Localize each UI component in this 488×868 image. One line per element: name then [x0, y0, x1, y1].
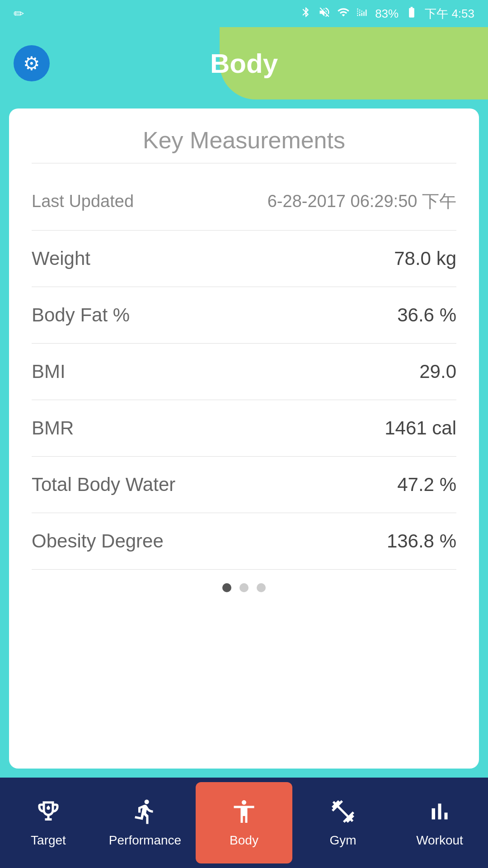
measurement-label-bmi: BMI: [32, 361, 66, 382]
measurement-value-obesity-degree: 136.8 %: [387, 530, 456, 552]
measurement-row: Weight78.0 kg: [32, 231, 456, 287]
measurement-label-obesity-degree: Obesity Degree: [32, 530, 164, 552]
nav-item-workout[interactable]: Workout: [391, 778, 488, 868]
nav-label-gym: Gym: [329, 833, 356, 848]
measurement-value-bmi: 29.0: [419, 361, 456, 382]
status-bar: ✏ 83% 下午 4:53: [0, 0, 488, 27]
settings-icon: ⚙: [23, 52, 40, 75]
measurement-value-total-body-water: 47.2 %: [397, 474, 456, 495]
measurement-row: BMI29.0: [32, 344, 456, 400]
measurements-list: Weight78.0 kgBody Fat %36.6 %BMI29.0BMR1…: [32, 231, 456, 570]
measurement-label-weight: Weight: [32, 248, 90, 269]
nav-item-gym[interactable]: Gym: [295, 778, 391, 868]
page-dot-1: [222, 583, 231, 592]
gym-icon: [329, 798, 357, 829]
battery-percent: 83%: [375, 7, 399, 21]
card-title: Key Measurements: [32, 127, 456, 164]
battery-icon: [405, 6, 418, 22]
signal-icon: [356, 6, 369, 22]
mute-icon: [318, 6, 331, 22]
workout-icon: [426, 798, 453, 829]
nav-label-workout: Workout: [416, 833, 463, 848]
bluetooth-icon: [300, 6, 312, 21]
last-updated-label: Last Updated: [32, 192, 134, 211]
page-dot-2: [239, 583, 249, 592]
nav-label-target: Target: [31, 833, 66, 848]
nav-item-performance[interactable]: Performance: [97, 778, 193, 868]
measurement-row: Total Body Water47.2 %: [32, 457, 456, 513]
header: ⚙ Body: [0, 27, 488, 99]
measurement-label-bmr: BMR: [32, 417, 74, 439]
pencil-icon: ✏: [14, 6, 24, 21]
measurement-value-bmr: 1461 cal: [385, 417, 456, 439]
time-display: 下午 4:53: [425, 6, 474, 22]
status-bar-right: 83% 下午 4:53: [300, 6, 474, 22]
body-icon: [230, 798, 258, 829]
page-title: Body: [210, 48, 278, 79]
bottom-navigation: Target Performance Body Gym: [0, 778, 488, 868]
settings-button[interactable]: ⚙: [14, 45, 50, 81]
page-dot-3: [257, 583, 266, 592]
measurement-row: BMR1461 cal: [32, 400, 456, 457]
measurement-row: Body Fat %36.6 %: [32, 287, 456, 344]
wifi-icon: [337, 6, 350, 22]
last-updated-value: 6-28-2017 06:29:50 下午: [267, 190, 456, 213]
nav-item-body[interactable]: Body: [196, 782, 292, 863]
measurement-value-weight: 78.0 kg: [394, 248, 456, 269]
measurement-label-body-fat-pct: Body Fat %: [32, 304, 130, 326]
last-updated-row: Last Updated 6-28-2017 06:29:50 下午: [32, 173, 456, 231]
nav-label-body: Body: [230, 833, 258, 848]
nav-label-performance: Performance: [109, 833, 181, 848]
performance-icon: [131, 798, 159, 829]
measurement-label-total-body-water: Total Body Water: [32, 474, 175, 495]
measurement-row: Obesity Degree136.8 %: [32, 513, 456, 570]
trophy-icon: [35, 798, 62, 829]
measurements-card: Key Measurements Last Updated 6-28-2017 …: [9, 108, 479, 769]
page-indicators: [32, 570, 456, 597]
nav-item-target[interactable]: Target: [0, 778, 97, 868]
measurement-value-body-fat-pct: 36.6 %: [397, 304, 456, 326]
